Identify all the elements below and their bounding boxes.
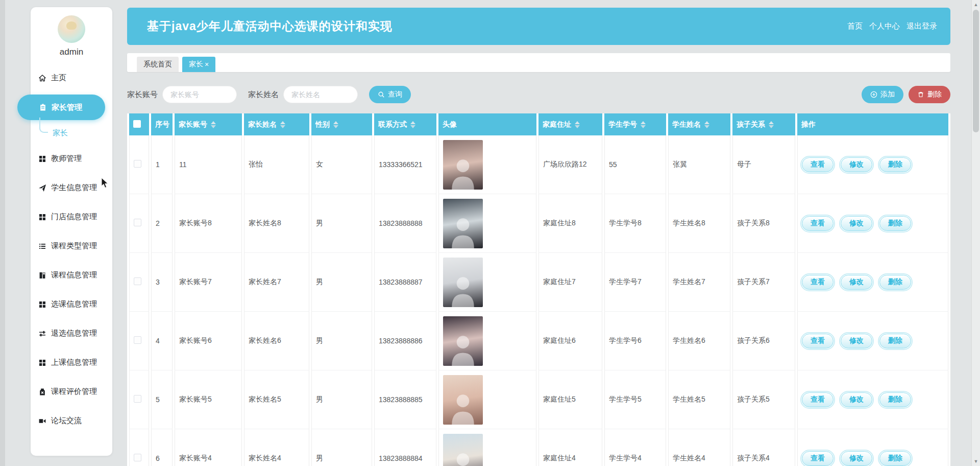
sidebar-item-label: 论坛交流 <box>51 416 82 426</box>
tab-close-icon[interactable]: × <box>205 60 209 68</box>
sidebar-subitem-parent[interactable]: 家长 <box>31 122 112 144</box>
sidebar-item-student-info[interactable]: 学生信息管理 <box>31 173 112 202</box>
sidebar-item-course-withdrawal[interactable]: 退选信息管理 <box>31 319 112 348</box>
phone-cell: 13333366521 <box>374 135 436 194</box>
row-checkbox[interactable] <box>134 336 141 344</box>
grid-icon <box>38 155 46 163</box>
select-all-checkbox[interactable] <box>133 120 141 128</box>
sort-icon[interactable] <box>575 121 580 128</box>
sidebar-item-label: 上课信息管理 <box>51 358 97 367</box>
actions-cell: 查看 修改 删除 <box>797 194 948 253</box>
view-button[interactable]: 查看 <box>802 275 834 290</box>
column-header-relation[interactable]: 孩子关系 <box>732 113 795 135</box>
column-header-gender[interactable]: 性别 <box>311 113 372 135</box>
app-header: 基于java少年儿童活动中心选课的设计和实现 首页 个人中心 退出登录 <box>127 8 950 45</box>
parent-account-cell: 家长账号7 <box>175 253 242 312</box>
sort-icon[interactable] <box>769 121 774 128</box>
column-header-parent-name[interactable]: 家长姓名 <box>244 113 309 135</box>
row-checkbox[interactable] <box>134 277 141 285</box>
tab-system-home[interactable]: 系统首页 <box>137 57 179 72</box>
row-checkbox[interactable] <box>134 454 141 461</box>
edit-button[interactable]: 修改 <box>841 334 872 348</box>
clipboard-icon <box>39 103 47 111</box>
parent-account-input[interactable] <box>162 86 237 103</box>
column-header-student-name[interactable]: 学生姓名 <box>668 113 730 135</box>
list-icon <box>38 242 46 250</box>
tab-parent[interactable]: 家长× <box>182 57 215 72</box>
sidebar-item-label: 门店信息管理 <box>51 212 97 222</box>
column-header-phone[interactable]: 联系方式 <box>374 113 436 135</box>
edit-button[interactable]: 修改 <box>841 275 872 290</box>
nav-personal-center-link[interactable]: 个人中心 <box>869 21 900 31</box>
edit-button[interactable]: 修改 <box>841 157 872 172</box>
view-button[interactable]: 查看 <box>802 334 834 348</box>
sidebar-item-course-evaluation[interactable]: 课程评价管理 <box>31 377 112 406</box>
grid-icon <box>38 359 46 367</box>
parent-avatar-photo <box>443 140 483 190</box>
column-header-parent-account[interactable]: 家长账号 <box>175 113 242 135</box>
parent-avatar-photo <box>443 375 483 425</box>
index-cell: 5 <box>151 370 173 429</box>
sidebar-item-label: 学生信息管理 <box>51 183 97 193</box>
sidebar-item-home[interactable]: 主页 <box>31 63 112 92</box>
column-label: 学生姓名 <box>672 120 701 128</box>
nav-logout-link[interactable]: 退出登录 <box>906 21 937 31</box>
table-row: 6 家长账号4 家长姓名4 男 13823888884 家庭住址4 学生学号4 … <box>129 429 948 466</box>
sidebar-item-label: 退选信息管理 <box>51 329 97 338</box>
sort-icon[interactable] <box>704 121 709 128</box>
sidebar-item-parent-management[interactable]: 家长管理 <box>17 95 105 120</box>
student-name-cell: 学生姓名7 <box>668 253 730 312</box>
row-delete-button[interactable]: 删除 <box>879 334 911 348</box>
row-delete-button[interactable]: 删除 <box>879 451 911 466</box>
sidebar-item-forum[interactable]: 论坛交流 <box>31 406 112 435</box>
query-button[interactable]: 查询 <box>369 86 411 103</box>
row-delete-button[interactable]: 删除 <box>879 157 911 172</box>
scroll-down-icon[interactable]: ▼ <box>972 457 980 465</box>
row-checkbox[interactable] <box>134 395 141 403</box>
row-delete-button[interactable]: 删除 <box>879 275 911 290</box>
row-delete-button[interactable]: 删除 <box>879 216 911 231</box>
tab-label: 系统首页 <box>143 60 172 69</box>
delete-button[interactable]: 删除 <box>909 86 950 103</box>
scrollbar-thumb[interactable] <box>973 10 979 132</box>
column-header-student-no[interactable]: 学生学号 <box>604 113 666 135</box>
table-row: 3 家长账号7 家长姓名7 男 13823888887 家庭住址7 学生学号7 … <box>129 253 948 312</box>
vertical-scrollbar[interactable]: ▲ ▼ <box>971 0 980 466</box>
parent-account-cell: 家长账号6 <box>175 312 242 370</box>
sidebar-item-label: 课程类型管理 <box>51 241 97 251</box>
edit-button[interactable]: 修改 <box>841 216 872 231</box>
sort-icon[interactable] <box>641 121 646 128</box>
column-label: 学生学号 <box>608 120 637 128</box>
edit-button[interactable]: 修改 <box>841 451 872 466</box>
view-button[interactable]: 查看 <box>802 451 834 466</box>
actions-cell: 查看 修改 删除 <box>797 253 948 312</box>
relation-cell: 孩子关系7 <box>732 253 795 312</box>
parent-name-input[interactable] <box>283 86 358 103</box>
sidebar-item-course-info[interactable]: 课程信息管理 <box>31 261 112 290</box>
row-checkbox[interactable] <box>134 219 141 226</box>
row-checkbox[interactable] <box>134 160 141 168</box>
edit-button[interactable]: 修改 <box>841 392 872 407</box>
sidebar-item-store-info[interactable]: 门店信息管理 <box>31 202 112 231</box>
student-name-cell: 学生姓名8 <box>668 194 730 253</box>
view-button[interactable]: 查看 <box>802 157 834 172</box>
sidebar-item-teacher-management[interactable]: 教师管理 <box>31 144 112 173</box>
sort-icon[interactable] <box>280 121 285 128</box>
sort-icon[interactable] <box>410 121 415 128</box>
paper-plane-icon <box>38 184 46 192</box>
nav-home-link[interactable]: 首页 <box>847 21 863 31</box>
view-button[interactable]: 查看 <box>802 392 834 407</box>
avatar-cell <box>438 429 536 466</box>
row-checkbox-cell <box>129 312 149 370</box>
sidebar-item-course-type[interactable]: 课程类型管理 <box>31 231 112 261</box>
add-button[interactable]: 添加 <box>862 86 903 103</box>
sidebar-item-class-info[interactable]: 上课信息管理 <box>31 348 112 377</box>
column-header-address[interactable]: 家庭住址 <box>538 113 602 135</box>
sidebar-item-course-selection[interactable]: 选课信息管理 <box>31 290 112 319</box>
row-delete-button[interactable]: 删除 <box>879 392 911 407</box>
scroll-up-icon[interactable]: ▲ <box>972 1 980 9</box>
sort-icon[interactable] <box>333 121 338 128</box>
view-button[interactable]: 查看 <box>802 216 834 231</box>
sidebar: admin 主页 家长管理 家长 教师管理 学生信息管理 门店信息管理 课程 <box>31 7 112 456</box>
sort-icon[interactable] <box>211 121 216 128</box>
